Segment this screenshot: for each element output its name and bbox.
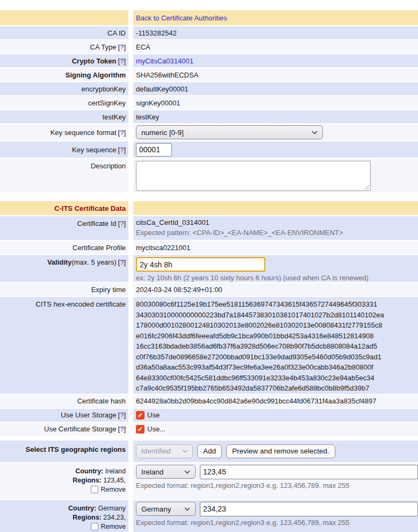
country-value: Ireland — [105, 467, 126, 475]
description-textarea[interactable] — [136, 161, 371, 191]
test-key-value: testKey — [136, 113, 159, 121]
country-value: Germany — [98, 505, 126, 512]
use-user-storage-checkbox-label: Use — [147, 411, 160, 419]
help-icon: [?] — [118, 411, 126, 419]
hex-certificate-label: CITS hex-encoded certificate — [35, 300, 126, 308]
country-select[interactable]: Germany — [136, 502, 196, 516]
validity-row: Validity(max. 5 years)[?] ex: 2y 10sh 6h… — [0, 255, 418, 282]
region-ids-input[interactable] — [200, 465, 418, 479]
certificate-profile-row: Certificate Profile mycitsca0221001 — [0, 241, 418, 254]
key-sequence-format-row: Key sequence format [?] numeric [0-9] — [0, 124, 418, 140]
preview-remove-button[interactable]: Preview and remove selected. — [226, 444, 335, 458]
remove-label: Remove — [100, 523, 126, 530]
expiry-time-row: Expiry time 2024-03-24 08:52:49+01:00 — [0, 283, 418, 296]
cits-section-header-row: C-ITS Certificate Data — [0, 201, 418, 215]
region-entry-row-ireland: Country: Ireland Regions: 123,45, Remove… — [0, 463, 418, 499]
key-sequence-format-selected-option: numeric [0-9] — [141, 129, 184, 137]
certificate-id-pattern-hint: Expected pattern: <CPA-ID>_<EA-NAME>_<EA… — [136, 229, 418, 237]
key-sequence-input[interactable] — [136, 143, 172, 157]
chevron-down-icon — [312, 131, 318, 134]
country-label: Country: — [68, 505, 96, 512]
country-selected-option: Germany — [141, 505, 171, 513]
certificate-id-value: citsCa_CertId_0314001 — [136, 218, 418, 226]
use-user-storage-row: Use User Storage [?] Use — [0, 409, 418, 422]
region-entry-row-germany: Country: Germany Regions: 234,23, Remove… — [0, 500, 418, 532]
help-icon: [?] — [118, 146, 126, 154]
table-header-row: Back to Certificate Authorities — [0, 10, 418, 25]
help-icon: [?] — [118, 219, 126, 228]
validity-format-hint: ex: 2y 10sh 6h (2 years 10 sixty hours 6… — [136, 274, 418, 282]
key-sequence-row: Key sequence [?] — [0, 141, 418, 158]
select-regions-row: Select ITS geographic regions Identified… — [0, 441, 418, 462]
use-certificate-storage-row: Use Certificate Storage [?] Use... — [0, 423, 418, 436]
use-user-storage-checkbox[interactable] — [136, 411, 145, 420]
expiry-time-value: 2024-03-24 08:52:49+01:00 — [136, 286, 222, 294]
hex-certificate-row: CITS hex-encoded certificate 80030080c6f… — [0, 297, 418, 394]
ca-edit-page: Back to Certificate Authorities CA ID -1… — [0, 0, 418, 532]
certificate-profile-label: Certificate Profile — [73, 244, 126, 252]
validity-label-note: (max. 5 years) — [71, 258, 116, 266]
header-link-cell: Back to Certificate Authorities — [133, 10, 418, 25]
ca-data-table: Back to Certificate Authorities CA ID -1… — [0, 10, 418, 192]
region-format-hint: Expected format: region1,region2,region3… — [136, 481, 418, 490]
help-icon: [?] — [118, 43, 126, 51]
certificate-hash-value: 6244928a0bb2d09bba4cc90d842a6e90dc991bcc… — [136, 397, 376, 405]
cits-section-title: C-ITS Certificate Data — [54, 204, 126, 212]
crypto-token-row: Crypto Token [?] myCitsCa0314001 — [0, 54, 418, 67]
encryption-key-label: encryptionKey — [82, 85, 126, 93]
region-ids-input[interactable] — [200, 502, 418, 516]
header-empty-cell — [0, 10, 128, 25]
remove-checkbox[interactable] — [91, 486, 98, 493]
signing-algorithm-label: Signing Algorithm — [66, 71, 126, 79]
crypto-token-link[interactable]: myCitsCa0314001 — [136, 57, 193, 65]
ca-type-row: CA Type [?] ECA — [0, 40, 418, 53]
ca-id-label: CA ID — [107, 29, 126, 37]
help-icon: [?] — [118, 57, 126, 65]
crypto-token-label: Crypto Token — [72, 57, 117, 65]
use-certificate-storage-checkbox-label: Use... — [147, 425, 165, 433]
validity-input[interactable] — [136, 257, 265, 272]
chevron-down-icon — [183, 450, 188, 453]
certificate-hash-label: Certificate hash — [77, 397, 126, 405]
validity-label: Validity — [47, 258, 72, 266]
certificate-id-label: Certificate Id — [77, 219, 117, 228]
regions-label: Regions: — [73, 514, 101, 521]
use-certificate-storage-label: Use Certificate Storage — [44, 425, 116, 433]
region-format-hint: Expected format: region1,region2,region3… — [136, 519, 418, 527]
signing-algorithm-value: SHA256withECDSA — [136, 71, 198, 79]
test-key-row: testKey testKey — [0, 110, 418, 123]
remove-checkbox[interactable] — [91, 523, 98, 530]
certificate-id-row: Certificate Id [?] citsCa_CertId_0314001… — [0, 216, 418, 240]
regions-value: 234,23, — [103, 514, 126, 521]
use-certificate-storage-checkbox[interactable] — [136, 425, 145, 434]
description-row: Description — [0, 159, 418, 192]
help-icon: [?] — [118, 258, 126, 266]
regions-label: Regions: — [73, 477, 101, 484]
expiry-time-label: Expiry time — [91, 286, 126, 294]
select-regions-label: Select ITS geographic regions — [26, 445, 126, 453]
back-to-certificate-authorities-link[interactable]: Back to Certificate Authorities — [136, 14, 227, 22]
add-region-button[interactable]: Add — [197, 444, 222, 458]
hex-certificate-value: 80030080c6f1125e19b175ee5181156369747343… — [133, 297, 418, 394]
encryption-key-value: defaultKey00001 — [136, 85, 189, 93]
key-sequence-format-label: Key sequence format — [51, 129, 117, 137]
key-sequence-format-select[interactable]: numeric [0-9] — [136, 125, 323, 139]
certificate-hash-row: Certificate hash 6244928a0bb2d09bba4cc90… — [0, 395, 418, 408]
test-key-label: testKey — [103, 113, 126, 121]
ca-type-label: CA Type — [90, 43, 117, 51]
use-user-storage-label: Use User Storage — [61, 411, 116, 419]
geographic-regions-table: Select ITS geographic regions Identified… — [0, 441, 418, 532]
cert-sign-key-value: signKey00001 — [136, 99, 180, 107]
cits-certificate-table: C-ITS Certificate Data Certificate Id [?… — [0, 201, 418, 436]
ca-id-row: CA ID -1153282542 — [0, 26, 418, 39]
region-type-select[interactable]: Identified — [136, 444, 193, 458]
signing-algorithm-row: Signing Algorithm SHA256withECDSA — [0, 68, 418, 81]
country-label: Country: — [75, 467, 103, 475]
description-label: Description — [91, 162, 126, 170]
chevron-down-icon — [184, 470, 190, 474]
help-icon: [?] — [118, 425, 126, 433]
key-sequence-label: Key sequence — [72, 146, 116, 154]
country-select[interactable]: Ireland — [136, 465, 196, 479]
chevron-down-icon — [184, 507, 190, 511]
regions-value: 123,45, — [103, 477, 126, 484]
